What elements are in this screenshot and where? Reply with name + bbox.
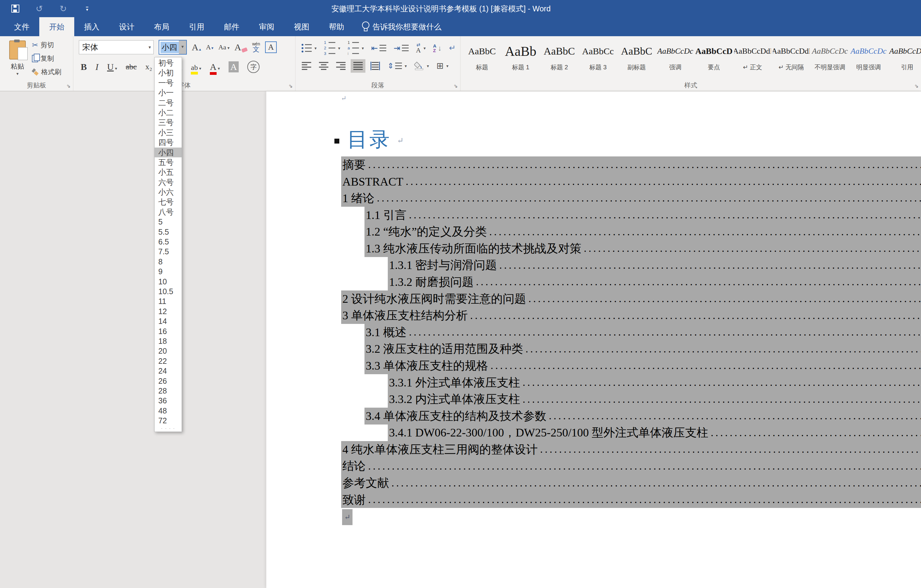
font-size-option[interactable]: 小六 <box>155 187 182 197</box>
font-size-option[interactable]: 12 <box>155 306 182 316</box>
format-painter-button[interactable]: 格式刷 <box>32 68 61 77</box>
toc-entry[interactable]: 结论 9 <box>341 458 846 475</box>
font-size-option[interactable]: 六号 <box>155 177 182 187</box>
align-left-button[interactable] <box>301 62 311 70</box>
toc-entry[interactable]: 1 绪论 7 <box>341 190 846 207</box>
italic-button[interactable]: I <box>95 61 98 72</box>
style-gallery-item[interactable]: AaBbCcDc 强调 <box>657 41 694 71</box>
font-size-option[interactable]: 6.5 <box>155 237 182 247</box>
toc-entry[interactable]: 2 设计纯水液压阀时需要注意的问题 8 <box>341 291 846 307</box>
font-size-option[interactable]: 26 <box>155 376 182 386</box>
multilevel-list-button[interactable]: 1 a i ▾ <box>348 41 364 55</box>
ribbon-tab[interactable]: 引用 <box>179 17 214 36</box>
font-size-option[interactable]: 24 <box>155 366 182 376</box>
strikethrough-button[interactable]: abc <box>126 62 137 71</box>
ribbon-tab[interactable]: 插入 <box>74 17 109 36</box>
toc-entry[interactable]: 4 纯水单体液压支柱三用阀的整体设计 9 <box>341 441 846 458</box>
font-size-option[interactable]: 小二 <box>155 108 182 117</box>
font-size-option[interactable]: 48 <box>155 406 182 416</box>
font-size-option[interactable]: 八号 <box>155 207 182 217</box>
font-dialog-launcher[interactable]: ⇘ <box>289 83 293 89</box>
style-gallery-item[interactable]: AaBbCcDc 不明显强调 <box>812 41 848 71</box>
font-size-option[interactable]: 11 <box>155 296 182 306</box>
toc-entry[interactable]: 1.2 “纯水”的定义及分类 7 <box>341 223 846 240</box>
distribute-button[interactable] <box>370 62 380 70</box>
document-page[interactable]: ↵ 目录↵ 摘要 I ABSTRACT II 1 绪论 7 1.1 引言 <box>266 91 921 588</box>
sort-button[interactable]: AZ ↓ <box>433 44 442 53</box>
ribbon-tab[interactable]: 邮件 <box>214 17 249 36</box>
style-gallery-item[interactable]: AaBbC 标题 2 <box>541 41 578 71</box>
align-right-button[interactable] <box>336 62 346 70</box>
character-shading-button[interactable]: A <box>229 61 239 72</box>
font-size-option[interactable]: 5.5 <box>155 227 182 237</box>
customize-quick-access-button[interactable]: ▾ <box>81 2 93 15</box>
toc-entry[interactable]: 3.4 单体液压支柱的结构及技术参数 9 <box>341 408 846 424</box>
font-size-option[interactable]: 小初 <box>155 68 182 78</box>
decrease-indent-button[interactable]: ⇤ <box>371 44 386 52</box>
text-highlight-button[interactable]: ab▾ <box>191 61 201 72</box>
font-size-option[interactable]: 三号 <box>155 117 182 127</box>
shading-button[interactable]: ▾ <box>414 62 429 70</box>
show-hide-marks-button[interactable]: ↵ <box>449 43 456 53</box>
toc-heading[interactable]: 目录↵ <box>347 126 404 153</box>
font-size-option[interactable]: 14 <box>155 316 182 326</box>
save-button[interactable] <box>9 2 21 15</box>
toc-entry[interactable]: 3.3.2 内注式单体液压支柱 9 <box>341 391 846 408</box>
style-gallery-item[interactable]: AaBbC 副标题 <box>618 41 655 71</box>
font-size-option[interactable]: 28 <box>155 386 182 396</box>
character-border-button[interactable]: A <box>265 41 277 53</box>
ribbon-tab[interactable]: 文件 <box>4 17 39 36</box>
subscript-button[interactable]: x₂ <box>145 62 152 71</box>
toc-entry[interactable]: 3.4.1 DW06-22-300/100，DW25-250/100 型外注式单… <box>341 424 846 442</box>
style-gallery-item[interactable]: AaBbCcDc 明显强调 <box>850 41 887 71</box>
font-size-option[interactable]: 8 <box>155 257 182 266</box>
font-size-option[interactable]: 20 <box>155 346 182 356</box>
style-gallery-item[interactable]: AaBbCcDdl ↵ 无间隔 <box>773 41 810 71</box>
asian-layout-button[interactable]: ⇄A ▾ <box>416 42 426 54</box>
font-size-option[interactable]: 小五 <box>155 167 182 177</box>
style-gallery-item[interactable]: AaBbCcDdl ↵ 正文 <box>734 41 771 71</box>
clear-formatting-button[interactable]: A <box>234 43 247 52</box>
font-size-option[interactable]: 22 <box>155 356 182 366</box>
toc-entry[interactable]: ABSTRACT II <box>341 173 846 190</box>
toc-entry[interactable]: 3.3 单体液压支柱的规格 9 <box>341 357 846 374</box>
style-gallery-item[interactable]: AaBbCcD 要点 <box>695 41 732 71</box>
ribbon-tab[interactable]: 视图 <box>284 17 319 36</box>
ribbon-tab[interactable]: 审阅 <box>249 17 284 36</box>
toc-entry[interactable]: 1.3 纯水液压传动所面临的技术挑战及对策 7 <box>341 240 846 257</box>
font-color-button[interactable]: A▾ <box>210 61 220 72</box>
justify-button[interactable] <box>351 59 365 73</box>
grow-font-button[interactable]: A▴ <box>192 43 201 52</box>
font-size-option[interactable]: 72 <box>155 416 182 426</box>
ribbon-tab[interactable]: 帮助 <box>319 17 354 36</box>
copy-button[interactable]: 复制 <box>32 54 61 63</box>
style-gallery-item[interactable]: AaBbC 标题 <box>464 41 500 71</box>
font-size-option[interactable]: 10 <box>155 277 182 286</box>
ribbon-tab[interactable]: 开始 <box>39 17 74 36</box>
font-size-option[interactable]: 9 <box>155 266 182 276</box>
font-size-option[interactable]: 二号 <box>155 98 182 108</box>
numbering-button[interactable]: 1 2 3 ▾ <box>324 41 340 55</box>
font-size-option[interactable]: 初号 <box>155 58 182 68</box>
font-size-option[interactable]: 5 <box>155 217 182 227</box>
toc-entry[interactable]: 摘要 I <box>341 156 846 173</box>
resize-grip-icon[interactable]: · · · · <box>155 426 182 431</box>
style-gallery-item[interactable]: AaBb 标题 1 <box>502 41 539 71</box>
toc-entry[interactable]: 参考文献 10 <box>341 474 846 491</box>
underline-button[interactable]: U▾ <box>107 61 117 72</box>
align-center-button[interactable] <box>319 62 329 70</box>
enclose-characters-button[interactable]: 字 <box>247 61 260 73</box>
font-size-option[interactable]: 7.5 <box>155 247 182 257</box>
shrink-font-button[interactable]: A▾ <box>206 44 213 50</box>
toc-entry[interactable]: 致谢 11 <box>341 491 846 508</box>
ribbon-tab[interactable]: 布局 <box>144 17 179 36</box>
redo-button[interactable]: ↻ <box>57 2 69 15</box>
font-size-option[interactable]: 小四 <box>155 148 182 158</box>
font-size-option[interactable]: 一号 <box>155 78 182 88</box>
increase-indent-button[interactable]: ⇥ <box>394 44 408 52</box>
cut-button[interactable]: ✂ 剪切 <box>32 41 61 50</box>
font-size-option[interactable]: 16 <box>155 326 182 336</box>
toc-entry[interactable]: 3.3.1 外注式单体液压支柱 9 <box>341 374 846 391</box>
font-size-option[interactable]: 小三 <box>155 128 182 137</box>
ribbon-tab[interactable]: 设计 <box>109 17 144 36</box>
